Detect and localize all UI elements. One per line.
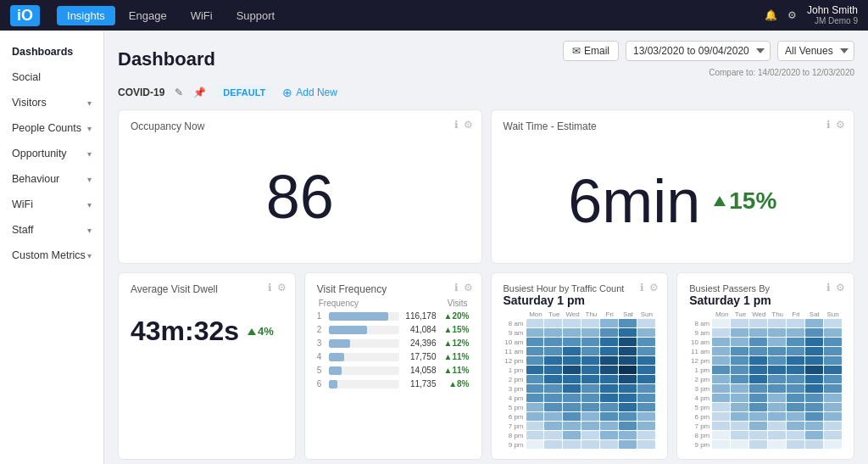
sidebar-item-staff[interactable]: Staff ▾ [0, 217, 103, 243]
heatmap-cell [563, 347, 581, 355]
sidebar-item-dashboards[interactable]: Dashboards [0, 39, 103, 64]
nav-engage[interactable]: Engage [119, 6, 177, 25]
heatmap-cell [731, 366, 748, 374]
info-icon[interactable]: ℹ [454, 282, 459, 293]
info-icon[interactable]: ℹ [640, 282, 644, 293]
busiest-passers-subtitle: Saturday 1 pm [689, 293, 842, 307]
sidebar-item-visitors[interactable]: Visitors ▾ [0, 90, 103, 115]
heatmap-day-label: Tue [545, 310, 563, 318]
settings-icon[interactable]: ⚙ [836, 282, 845, 293]
heatmap-cell [749, 338, 767, 346]
settings-icon[interactable]: ⚙ [464, 119, 473, 131]
heatmap-cell [731, 347, 748, 355]
heatmap-time-label: 5 pm [504, 404, 526, 411]
add-new-label: Add New [296, 87, 337, 98]
heatmap-cell [712, 422, 730, 430]
nav-insights[interactable]: Insights [57, 6, 115, 25]
sidebar-item-behaviour[interactable]: Behaviour ▾ [0, 166, 103, 192]
settings-icon[interactable]: ⚙ [649, 282, 659, 293]
sidebar-item-wifi[interactable]: WiFi ▾ [0, 192, 103, 217]
add-new-button[interactable]: ⊕ Add New [282, 86, 337, 99]
heatmap-cell [581, 338, 599, 346]
heatmap-cell [637, 319, 655, 327]
freq-row-num: 1 [317, 311, 326, 321]
heatmap-cell [619, 403, 637, 411]
sidebar-label-social: Social [12, 71, 41, 83]
heatmap-cell [805, 422, 823, 430]
gear-icon[interactable]: ⚙ [787, 9, 797, 21]
info-icon[interactable]: ℹ [826, 282, 831, 293]
sidebar-item-opportunity[interactable]: Opportunity ▾ [0, 141, 103, 166]
heatmap-row: 8 pm [689, 431, 842, 439]
info-icon[interactable]: ℹ [268, 282, 272, 293]
dashboard-header: Dashboard ✉ Email 13/03/2020 to 09/04/20… [118, 41, 854, 77]
heatmap-cell [824, 384, 842, 393]
settings-icon[interactable]: ⚙ [277, 282, 287, 293]
chevron-down-icon: ▾ [87, 226, 92, 235]
list-item: 5 14,058 ▲11% [317, 366, 470, 375]
heatmap-cell [619, 319, 637, 327]
heatmap-cell [824, 394, 842, 402]
heatmap-cell [768, 431, 786, 439]
heatmap-cell [619, 422, 637, 430]
chevron-down-icon: ▾ [87, 149, 92, 159]
heatmap-cell [544, 319, 562, 327]
heatmap-time-label: 11 am [504, 348, 526, 355]
bell-icon[interactable]: 🔔 [765, 9, 777, 21]
freq-bar [329, 312, 388, 321]
sidebar-label-custom-metrics: Custom Metrics [12, 249, 86, 261]
venue-select[interactable]: All Venues [777, 41, 854, 61]
heatmap-time-label: 9 am [689, 329, 711, 337]
heatmap-cell [731, 375, 748, 383]
busiest-hour-title: Busiest Hour by Traffic Count [504, 283, 656, 293]
nav-right: 🔔 ⚙ John Smith JM Demo 9 [765, 4, 858, 26]
email-button[interactable]: ✉ Email [563, 41, 619, 61]
heatmap-cell [712, 319, 730, 327]
heatmap-cell [712, 347, 730, 355]
heatmap-cell [805, 431, 823, 439]
heatmap-row: 5 pm [504, 403, 656, 411]
busiest-passers-widget: Busiest Passers By Saturday 1 pm ℹ ⚙ Mon… [676, 272, 854, 460]
heatmap-cell [581, 431, 599, 439]
heatmap-day-label: Sat [620, 310, 637, 318]
list-item: 2 41,084 ▲15% [317, 325, 470, 334]
heatmap-cell [600, 384, 618, 393]
heatmap-row: 7 pm [504, 422, 656, 430]
sidebar-item-people-counts[interactable]: People Counts ▾ [0, 115, 103, 141]
heatmap-cell [581, 319, 599, 327]
chevron-down-icon: ▾ [87, 200, 92, 210]
heatmap-cell [731, 403, 748, 411]
freq-bar-container [329, 326, 399, 334]
sidebar-label-staff: Staff [12, 224, 33, 236]
nav-wifi[interactable]: WiFi [181, 6, 223, 25]
heatmap-time-label: 9 pm [689, 441, 711, 449]
arrow-up-icon [248, 328, 256, 335]
heatmap-cell [787, 347, 804, 355]
date-range-select[interactable]: 13/03/2020 to 09/04/2020 [626, 41, 771, 61]
heatmap-cell [544, 328, 562, 337]
edit-icon[interactable]: ✎ [175, 87, 183, 98]
heatmap-cell [619, 431, 637, 439]
heatmap-time-label: 4 pm [689, 394, 711, 402]
heatmap-cell [787, 431, 804, 439]
visit-freq-title: Visit Frequency [317, 283, 470, 295]
heatmap-time-label: 8 am [504, 320, 526, 327]
heatmap-cell [731, 338, 748, 346]
sidebar-item-social[interactable]: Social [0, 64, 103, 90]
info-icon[interactable]: ℹ [454, 119, 459, 131]
settings-icon[interactable]: ⚙ [836, 119, 845, 131]
heatmap-cell [526, 412, 544, 421]
heatmap-row: 12 pm [504, 356, 656, 365]
heatmap-cell [787, 328, 804, 337]
heatmap-cell [749, 328, 767, 337]
pin-icon[interactable]: 📌 [193, 87, 206, 98]
heatmap-cell [768, 375, 786, 383]
main-layout: Dashboards Social Visitors ▾ People Coun… [0, 31, 868, 464]
heatmap-cell [749, 403, 767, 411]
heatmap-cell [544, 384, 562, 393]
sidebar-item-custom-metrics[interactable]: Custom Metrics ▾ [0, 243, 103, 268]
sidebar-label-behaviour: Behaviour [12, 173, 59, 185]
settings-icon[interactable]: ⚙ [464, 282, 473, 293]
info-icon[interactable]: ℹ [826, 119, 831, 131]
nav-support[interactable]: Support [226, 6, 286, 25]
